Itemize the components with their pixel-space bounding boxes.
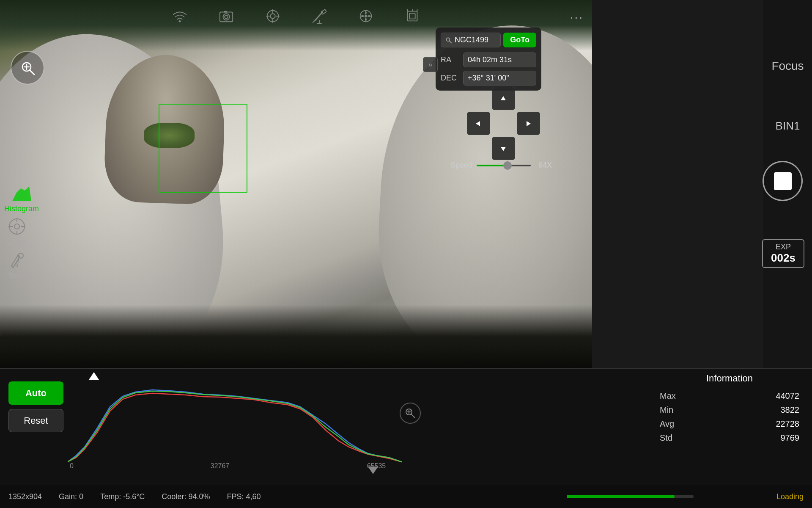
status-gain: Gain: 0: [59, 492, 83, 501]
svg-point-6: [270, 14, 275, 18]
svg-point-0: [179, 20, 181, 22]
status-fps: FPS: 4,60: [227, 492, 261, 501]
status-bar: 1352x904 Gain: 0 Temp: -5.6°C Cooler: 94…: [0, 485, 812, 508]
info-row-value: 9769: [720, 431, 804, 445]
ra-value: 04h 02m 31s: [463, 52, 536, 67]
svg-point-3: [225, 15, 228, 19]
histogram-axis-min: 0: [70, 462, 74, 470]
svg-rect-13: [321, 9, 326, 14]
histogram-axis-mid: 32767: [211, 462, 230, 470]
tools-label: Tools: [8, 272, 26, 281]
svg-point-29: [14, 224, 19, 229]
focus-label: Focus: [771, 59, 804, 73]
nav-down-button[interactable]: [492, 137, 515, 160]
speed-value: 64X: [535, 161, 552, 170]
speed-slider[interactable]: [477, 165, 531, 166]
svg-point-17: [365, 15, 367, 17]
tools-button[interactable]: Tools: [6, 250, 27, 281]
info-table-row: Max44072: [656, 389, 804, 403]
bin-label: BIN1: [776, 119, 800, 133]
dec-value: +36° 31' 00": [463, 71, 536, 86]
exp-display: EXP 002s: [762, 239, 804, 268]
stop-icon: [774, 172, 792, 190]
loading-bar-fill: [567, 495, 675, 498]
svg-line-36: [450, 41, 452, 43]
guide-label: Guide: [7, 238, 27, 247]
loading-bar: [567, 495, 694, 498]
exp-value: 002s: [767, 251, 799, 265]
speed-control: Speed 64X: [450, 161, 552, 170]
status-cooler: Cooler: 94.0%: [162, 492, 210, 501]
wifi-icon[interactable]: [169, 6, 190, 27]
goto-panel: GoTo RA 04h 02m 31s DEC +36° 31' 00": [436, 28, 541, 91]
info-table: Max44072Min3822Avg22728Std9769: [656, 389, 804, 445]
svg-rect-4: [224, 11, 227, 12]
cooler-icon[interactable]: [355, 6, 376, 27]
svg-point-2: [223, 14, 229, 20]
info-row-label: Max: [656, 389, 720, 403]
info-row-value: 22728: [720, 417, 804, 431]
loading-label: Loading: [776, 492, 804, 501]
search-input-wrapper[interactable]: [441, 33, 501, 47]
zoom-button[interactable]: [11, 51, 44, 85]
info-row-value: 3822: [720, 403, 804, 417]
guide-button[interactable]: Guide: [6, 216, 27, 247]
speed-label: Speed: [450, 161, 472, 170]
info-row-label: Avg: [656, 417, 720, 431]
svg-marker-27: [12, 186, 31, 201]
info-table-row: Min3822: [656, 403, 804, 417]
selection-box: [159, 104, 247, 193]
histogram-bottom-marker: [368, 467, 378, 474]
more-options-button[interactable]: ···: [570, 11, 584, 24]
reset-button[interactable]: Reset: [8, 409, 63, 432]
search-icon: [445, 37, 452, 44]
target-icon[interactable]: [262, 6, 283, 27]
svg-line-12: [313, 18, 317, 22]
camera-icon[interactable]: [216, 6, 237, 27]
histogram-button[interactable]: Histogram: [4, 184, 39, 213]
auto-button[interactable]: Auto: [8, 381, 63, 405]
info-row-label: Std: [656, 431, 720, 445]
info-table-row: Std9769: [656, 431, 804, 445]
stop-button[interactable]: [763, 161, 803, 201]
ra-label: RA: [441, 55, 460, 64]
camera-view: ··· Histogram Guide To: [0, 0, 592, 368]
status-resolution: 1352x904: [8, 492, 42, 501]
telescope-icon[interactable]: [309, 6, 330, 27]
search-input[interactable]: [455, 36, 496, 44]
goto-button[interactable]: GoTo: [503, 33, 536, 47]
histogram-chart: [68, 373, 402, 464]
nav-right-button[interactable]: [517, 112, 540, 135]
info-panel: Information Max44072Min3822Avg22728Std97…: [656, 373, 804, 445]
expand-panel-button[interactable]: »: [423, 57, 438, 72]
svg-rect-19: [409, 13, 415, 19]
bottom-panel: Auto Reset 0 32767 65535 Information: [0, 368, 812, 508]
nav-up-button[interactable]: [492, 87, 515, 110]
info-title: Information: [656, 373, 804, 384]
nav-left-button[interactable]: [467, 112, 490, 135]
nav-panel: [457, 87, 550, 160]
svg-rect-18: [408, 11, 417, 21]
histogram-label: Histogram: [4, 204, 39, 213]
info-row-value: 44072: [720, 389, 804, 403]
status-temp: Temp: -5.6°C: [100, 492, 145, 501]
top-toolbar: [0, 0, 592, 32]
exp-label: EXP: [767, 243, 799, 251]
dec-label: DEC: [441, 74, 460, 83]
svg-line-38: [411, 414, 415, 418]
svg-line-24: [30, 70, 34, 75]
sensor-icon[interactable]: [402, 6, 423, 27]
info-row-label: Min: [656, 403, 720, 417]
info-table-row: Avg22728: [656, 417, 804, 431]
chart-zoom-button[interactable]: [400, 403, 421, 424]
